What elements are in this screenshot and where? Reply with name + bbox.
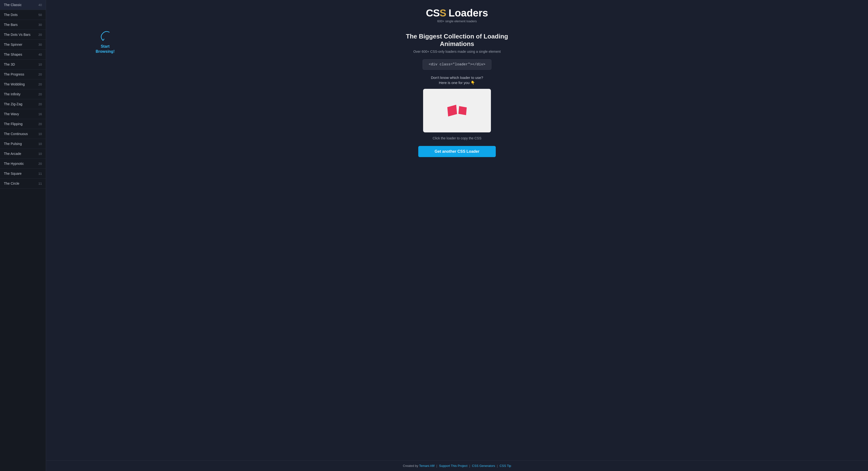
sidebar-item-label: The Circle [4,181,20,186]
sidebar-item-label: The Bars [4,23,18,27]
logo-accent: S [440,7,446,19]
footer-support-link[interactable]: Support This Project [439,464,468,468]
shape-left [447,105,457,116]
sidebar-item[interactable]: The Arcade10 [0,149,46,159]
sidebar-item-count: 30 [38,43,42,46]
sidebar-item-count: 40 [38,53,42,57]
logo-subtitle: 600+ single element loaders [437,20,477,23]
loader-prompt-line2: Here is one for you 👇 [439,80,475,85]
arrow-icon [98,29,113,43]
sidebar-item-count: 10 [38,63,42,66]
loader-prompt-line1: Don't know which loader to use? [431,75,483,80]
sidebar-item-count: 16 [38,112,42,116]
sidebar-item-label: The Wobbling [4,82,25,86]
sidebar-item[interactable]: The Classic40 [0,0,46,10]
sidebar-item-label: The Arcade [4,152,21,156]
logo-loaders: Loaders [448,7,488,19]
page-footer: Created by Temani Afif | Support This Pr… [46,460,868,471]
sidebar-item-label: The Infinity [4,92,20,96]
main-subtitle: Over 600+ CSS-only loaders made using a … [413,49,501,54]
sidebar-item-count: 20 [38,73,42,76]
loader-animation [447,106,466,115]
sidebar-item-label: The 3D [4,62,15,66]
sidebar-item[interactable]: The Continuous10 [0,129,46,139]
shape-right [459,106,467,115]
sidebar-item-count: 20 [38,162,42,166]
get-another-button[interactable]: Get another CSS Loader [418,146,496,157]
sidebar-item-count: 40 [38,3,42,7]
main-title: The Biggest Collection of Loading Animat… [394,33,520,48]
sidebar-item[interactable]: The Flipping20 [0,119,46,129]
footer-created-by: Created by [403,464,419,468]
footer-sep2: | [469,464,470,468]
site-header: CSS Loaders 600+ single element loaders [426,7,488,23]
sidebar-item-count: 11 [38,182,42,186]
sidebar-item-label: The Classic [4,3,22,7]
sidebar-item[interactable]: The Dots50 [0,10,46,20]
sidebar-item-label: The Dots [4,13,18,17]
loader-preview[interactable] [423,89,491,132]
sidebar-item[interactable]: The Dots Vs Bars20 [0,30,46,40]
sidebar-item-label: The Zig-Zag [4,102,22,106]
sidebar-item-label: The Dots Vs Bars [4,33,31,37]
sidebar-item-count: 20 [38,93,42,96]
sidebar-item[interactable]: The 3D10 [0,60,46,69]
sidebar-item-count: 50 [38,13,42,17]
sidebar-item-count: 20 [38,102,42,106]
sidebar-item-label: The Continuous [4,132,28,136]
content-area: The Biggest Collection of Loading Animat… [394,33,520,157]
sidebar-item-count: 10 [38,152,42,156]
sidebar-item-count: 20 [38,122,42,126]
main-content: Start Browsing! CSS Loaders 600+ single … [46,0,868,471]
sidebar-item-label: The Shapes [4,53,22,57]
logo-css: CSS [426,7,446,19]
sidebar-item-label: The Spinner [4,43,22,46]
footer-author-link[interactable]: Temani Afif [419,464,434,468]
sidebar-item-count: 10 [38,132,42,136]
sidebar-item[interactable]: The Spinner30 [0,40,46,49]
sidebar-item-count: 20 [38,82,42,86]
sidebar-item[interactable]: The Shapes40 [0,49,46,60]
sidebar-item[interactable]: The Square11 [0,169,46,179]
sidebar-item-count: 20 [38,33,42,37]
sidebar-item-label: The Pulsing [4,142,22,146]
sidebar-item[interactable]: The Circle11 [0,179,46,189]
sidebar-item[interactable]: The Bars30 [0,20,46,30]
code-snippet: <div class="loader"></div> [423,59,491,70]
sidebar-item[interactable]: The Infinity20 [0,89,46,99]
start-browsing-text: Start Browsing! [96,44,115,54]
sidebar-item-count: 11 [38,172,42,175]
sidebar-item-label: The Square [4,172,22,175]
start-browsing-callout: Start Browsing! [96,29,115,54]
sidebar-item[interactable]: The Hypnotic20 [0,159,46,169]
sidebar-item-label: The Progress [4,72,24,76]
sidebar-item[interactable]: The Progress20 [0,69,46,79]
sidebar-item-count: 30 [38,23,42,27]
sidebar-item-label: The Hypnotic [4,162,24,166]
sidebar-item[interactable]: The Wavy16 [0,109,46,119]
footer-sep3: | [497,464,498,468]
footer-css-generators-link[interactable]: CSS Generators [472,464,495,468]
sidebar-item-count: 10 [38,142,42,146]
footer-sep1: | [436,464,437,468]
sidebar-item-label: The Flipping [4,122,23,126]
sidebar: The Classic40The Dots50The Bars30The Dot… [0,0,46,471]
sidebar-item[interactable]: The Zig-Zag20 [0,99,46,109]
footer-css-tip-link[interactable]: CSS Tip [500,464,511,468]
sidebar-item-label: The Wavy [4,112,19,116]
logo: CSS Loaders [426,7,488,19]
copy-hint: Click the loader to copy the CSS [433,136,482,140]
sidebar-item[interactable]: The Pulsing10 [0,139,46,149]
sidebar-item[interactable]: The Wobbling20 [0,79,46,89]
